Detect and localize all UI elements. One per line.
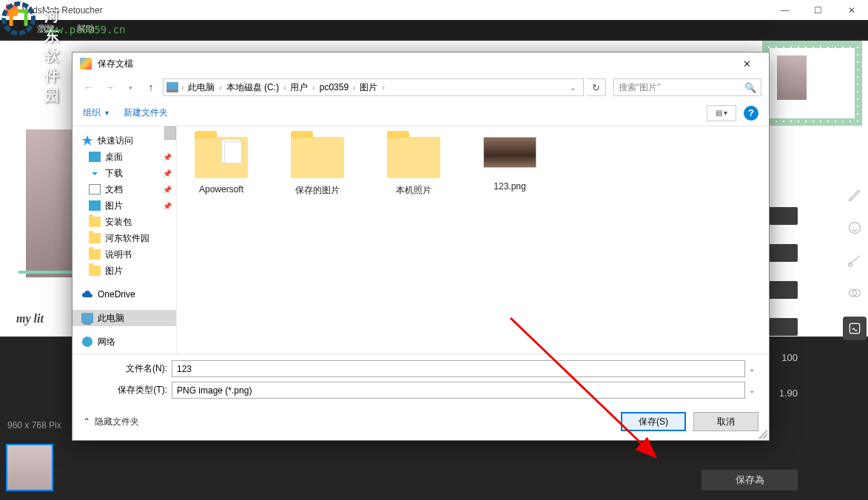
option-dropdown-4[interactable] [768,318,798,336]
nav-recent-button[interactable]: ▾ [121,78,139,96]
view-mode-button[interactable]: ▤ ▾ [707,105,736,121]
right-toolbar [841,186,868,340]
help-button[interactable]: ? [744,106,758,121]
menu-help[interactable]: 幫助 [77,23,95,36]
dialog-icon [80,58,92,70]
folder-item[interactable]: 保存的图片 [280,137,354,197]
close-button[interactable]: ✕ [835,0,868,20]
opacity-value: 100 [781,352,798,363]
canvas-dimensions: 960 x 768 Pix [7,420,61,430]
save-button[interactable]: 保存(S) [621,412,686,431]
nav-back-button[interactable]: ← [80,78,98,96]
pencil-icon[interactable] [846,186,864,204]
tree-onedrive[interactable]: OneDrive [73,286,176,303]
new-folder-button[interactable]: 新建文件夹 [124,107,168,119]
tree-hedong[interactable]: 河东软件园 [73,230,176,246]
dialog-close-button[interactable]: ✕ [732,53,761,74]
pc-icon [166,82,178,92]
title-bar: WidsMob Retoucher — ☐ ✕ [0,0,868,20]
nav-up-button[interactable]: ↑ [142,78,160,96]
brush-icon[interactable] [846,251,864,269]
search-icon[interactable]: 🔍 [744,82,756,93]
dialog-title-bar: 保存文檔 ✕ [73,53,769,75]
toolbar-row: 组织 ▼ 新建文件夹 ▤ ▾ ? [73,100,769,126]
save-as-button[interactable]: 保存為 [702,470,798,490]
thumbnail[interactable] [6,444,53,491]
tree-network[interactable]: 网络 [73,334,176,350]
folder-icon [387,137,440,178]
tree-pictures[interactable]: 图片📌 [73,197,176,214]
nav-row: ← → ▾ ↑ › 此电脑› 本地磁盘 (C:)› 用户› pc0359› 图片… [73,75,769,100]
tree-documents[interactable]: 文档📌 [73,181,176,197]
image-item[interactable]: 123.png [473,137,547,192]
tree-downloads[interactable]: 下载📌 [73,165,176,181]
svg-point-1 [850,223,861,234]
tree-install-pkg[interactable]: 安装包 [73,214,176,230]
save-dialog: 保存文檔 ✕ ← → ▾ ↑ › 此电脑› 本地磁盘 (C:)› 用户› pc0… [72,52,770,441]
bottom-panel: 文件名(N): ⌄ 保存类型(T): PNG image (*.png) ⌄ ⌃… [73,354,769,440]
folder-item[interactable]: 本机照片 [377,137,451,197]
option-dropdown-1[interactable] [768,207,798,225]
refresh-button[interactable]: ↻ [587,78,606,96]
option-dropdown-3[interactable] [768,281,798,299]
hide-folders-toggle[interactable]: ⌃ 隐藏文件夹 [83,416,139,428]
filetype-label: 保存类型(T): [83,384,172,396]
search-placeholder: 搜索"图片" [619,81,661,94]
artwork-preview [26,129,78,277]
tree-desktop[interactable]: 桌面📌 [73,149,176,165]
scale-value: 1.90 [779,388,798,399]
filename-input[interactable] [172,360,745,377]
resize-grip[interactable] [758,430,767,439]
cancel-button[interactable]: 取消 [693,412,758,431]
frame-icon[interactable] [843,317,867,340]
image-icon [483,137,536,168]
frame-preview [762,41,862,126]
app-title: WidsMob Retoucher [22,5,103,16]
maximize-button[interactable]: ☐ [801,0,835,20]
folder-icon [291,137,344,178]
address-dropdown[interactable]: ⌄ [565,84,580,92]
organize-menu[interactable]: 组织 ▼ [83,107,110,119]
tree-this-pc[interactable]: 此电脑 [73,310,176,326]
folder-item[interactable]: Apowersoft [184,137,258,195]
tree-quick-access[interactable]: 快速访问 [73,132,176,149]
chevron-up-icon: ⌃ [83,416,90,427]
tree-manual[interactable]: 说明书 [73,246,176,263]
svg-rect-5 [850,323,859,333]
search-input[interactable]: 搜索"图片" 🔍 [613,78,761,96]
address-bar[interactable]: › 此电脑› 本地磁盘 (C:)› 用户› pc0359› 图片› ⌄ [163,78,584,96]
minimize-button[interactable]: — [768,0,801,20]
breadcrumb[interactable]: 用户 [287,80,311,95]
breadcrumb[interactable]: 此电脑 [185,80,218,95]
overlap-icon[interactable] [846,284,864,302]
breadcrumb[interactable]: 图片 [357,80,380,95]
nav-tree: 快速访问 桌面📌 下载📌 文档📌 图片📌 安装包 河东软件园 说明书 图片 On… [73,126,176,354]
nav-forward-button: → [101,78,118,96]
menu-browse[interactable]: 瀏覽 [37,23,55,36]
dialog-title: 保存文檔 [98,58,133,70]
breadcrumb[interactable]: 本地磁盘 (C:) [223,80,282,95]
menu-bar: 瀏覽 幫助 [0,20,868,38]
svg-point-6 [82,337,92,347]
artwork-caption: my lit [16,312,44,325]
filename-dropdown[interactable]: ⌄ [745,365,758,373]
face-icon[interactable] [846,219,864,237]
filetype-dropdown[interactable]: ⌄ [745,386,758,394]
folder-icon [195,137,248,178]
file-list[interactable]: Apowersoft 保存的图片 本机照片 123.png [176,126,769,354]
app-icon [6,4,18,16]
breadcrumb[interactable]: pc0359 [317,81,351,94]
tree-pictures2[interactable]: 图片 [73,263,176,279]
filename-label: 文件名(N): [83,362,172,375]
option-dropdown-2[interactable] [768,244,798,262]
filetype-select[interactable]: PNG image (*.png) [172,382,745,399]
